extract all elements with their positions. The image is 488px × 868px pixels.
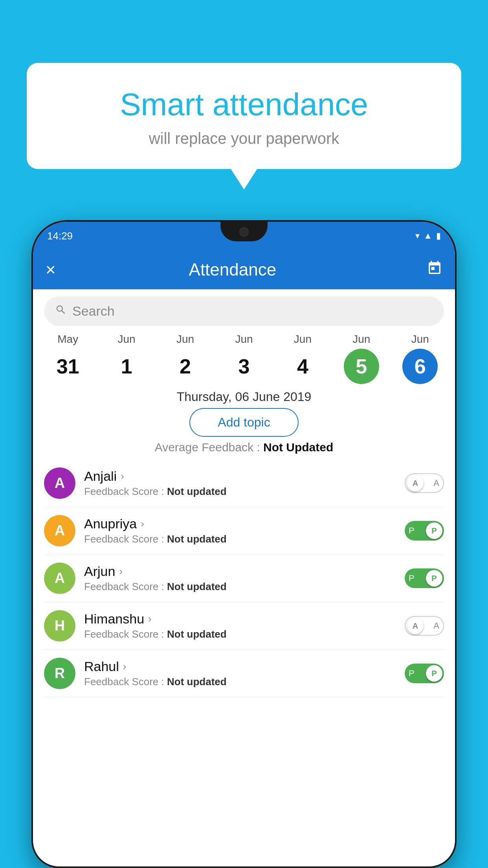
toggle-off[interactable]: A A (405, 616, 444, 636)
student-item[interactable]: AAnjali ›Feedback Score : Not updated A … (44, 460, 444, 507)
student-name: Anupriya › (84, 516, 405, 531)
chevron-icon: › (119, 565, 123, 577)
student-name: Anjali › (84, 469, 405, 484)
toggle-on[interactable]: P P (405, 664, 444, 683)
search-bar[interactable]: Search (44, 296, 444, 326)
date-column[interactable]: May31 (39, 333, 97, 384)
camera (239, 227, 249, 237)
search-icon (55, 304, 67, 319)
student-feedback-label: Feedback Score : Not updated (84, 628, 405, 640)
phone-inner: 14:29 ▾ ▲ ▮ × Attendance (33, 222, 455, 866)
toggle-on-label: P (409, 668, 415, 679)
date-column[interactable]: Jun3 (215, 333, 273, 384)
student-item[interactable]: AArjun ›Feedback Score : Not updated P P (44, 555, 444, 602)
date-day-number[interactable]: 5 (344, 349, 379, 384)
student-item[interactable]: AAnupriya ›Feedback Score : Not updated … (44, 507, 444, 555)
status-bar: 14:29 ▾ ▲ ▮ (33, 222, 455, 250)
battery-icon: ▮ (436, 231, 441, 241)
date-day-number[interactable]: 1 (109, 349, 144, 384)
student-item[interactable]: HHimanshu ›Feedback Score : Not updated … (44, 602, 444, 650)
avg-feedback-value: Not Updated (263, 441, 333, 454)
date-day-number[interactable]: 3 (226, 349, 262, 384)
student-feedback-label: Feedback Score : Not updated (84, 676, 405, 688)
chevron-icon: › (141, 518, 144, 530)
date-month-label: Jun (411, 333, 429, 346)
toggle-knob: A (407, 475, 424, 491)
avg-feedback: Average Feedback : Not Updated (33, 441, 455, 454)
date-month-label: Jun (176, 333, 194, 346)
attendance-toggle[interactable]: P P (405, 568, 444, 588)
student-feedback-label: Feedback Score : Not updated (84, 485, 405, 498)
date-row: May31Jun1Jun2Jun3Jun4Jun5Jun6 (33, 333, 455, 384)
student-feedback-label: Feedback Score : Not updated (84, 533, 405, 545)
notch (220, 222, 268, 241)
status-time: 14:29 (47, 230, 73, 242)
student-list: AAnjali ›Feedback Score : Not updated A … (33, 460, 455, 697)
student-avatar: A (44, 515, 75, 546)
date-day-number[interactable]: 31 (50, 349, 86, 384)
student-info: Arjun ›Feedback Score : Not updated (84, 564, 405, 593)
add-topic-button[interactable]: Add topic (189, 408, 298, 437)
toggle-on[interactable]: P P (405, 568, 444, 588)
date-column[interactable]: Jun2 (156, 333, 215, 384)
screen-content: Search May31Jun1Jun2Jun3Jun4Jun5Jun6 Thu… (33, 289, 455, 866)
phone-frame: 14:29 ▾ ▲ ▮ × Attendance (31, 220, 457, 868)
toggle-on-label: P (409, 526, 415, 536)
chevron-icon: › (123, 660, 127, 673)
selected-date-label: Thursday, 06 June 2019 (33, 390, 455, 404)
avg-feedback-label: Average Feedback : (155, 441, 263, 454)
student-feedback-label: Feedback Score : Not updated (84, 581, 405, 593)
student-info: Anjali ›Feedback Score : Not updated (84, 469, 405, 498)
toggle-knob: P (426, 570, 442, 587)
date-column[interactable]: Jun6 (391, 333, 449, 384)
date-month-label: May (57, 333, 78, 346)
signal-icon: ▲ (424, 231, 432, 241)
wifi-icon: ▾ (415, 231, 420, 241)
toolbar-title: Attendance (56, 260, 409, 280)
date-day-number[interactable]: 6 (402, 349, 438, 384)
speech-bubble-title: Smart attendance (46, 86, 442, 123)
student-info: Anupriya ›Feedback Score : Not updated (84, 516, 405, 545)
toggle-knob: P (426, 665, 442, 682)
toggle-knob: A (407, 618, 424, 634)
date-day-number[interactable]: 2 (168, 349, 203, 384)
date-month-label: Jun (235, 333, 253, 346)
toggle-off-label: A (433, 621, 439, 631)
date-month-label: Jun (118, 333, 136, 346)
speech-bubble-subtitle: will replace your paperwork (46, 130, 442, 147)
search-placeholder: Search (72, 303, 115, 319)
chevron-icon: › (121, 470, 124, 482)
speech-bubble: Smart attendance will replace your paper… (27, 63, 461, 169)
toolbar: × Attendance (33, 250, 455, 289)
toggle-on-label: P (409, 573, 415, 583)
attendance-toggle[interactable]: A A (405, 473, 444, 493)
chevron-icon: › (148, 613, 152, 625)
date-column[interactable]: Jun1 (97, 333, 156, 384)
student-item[interactable]: RRahul ›Feedback Score : Not updated P P (44, 650, 444, 697)
date-month-label: Jun (352, 333, 370, 346)
date-month-label: Jun (294, 333, 312, 346)
toggle-on[interactable]: P P (405, 521, 444, 541)
date-day-number[interactable]: 4 (285, 349, 320, 384)
student-avatar: H (44, 610, 75, 642)
attendance-toggle[interactable]: A A (405, 616, 444, 636)
toggle-knob: P (426, 522, 442, 539)
student-name: Arjun › (84, 564, 405, 579)
student-name: Rahul › (84, 659, 405, 674)
toggle-off[interactable]: A A (405, 473, 444, 493)
student-name: Himanshu › (84, 611, 405, 627)
date-column[interactable]: Jun4 (273, 333, 332, 384)
student-avatar: A (44, 467, 75, 499)
attendance-toggle[interactable]: P P (405, 664, 444, 683)
calendar-icon[interactable] (427, 260, 442, 280)
student-info: Rahul ›Feedback Score : Not updated (84, 659, 405, 688)
attendance-toggle[interactable]: P P (405, 521, 444, 541)
phone-screen: 14:29 ▾ ▲ ▮ × Attendance (33, 222, 455, 866)
toggle-off-label: A (433, 478, 439, 488)
student-avatar: R (44, 658, 75, 689)
close-button[interactable]: × (46, 260, 56, 280)
date-column[interactable]: Jun5 (332, 333, 391, 384)
student-info: Himanshu ›Feedback Score : Not updated (84, 611, 405, 640)
student-avatar: A (44, 563, 75, 594)
status-icons: ▾ ▲ ▮ (415, 231, 441, 241)
